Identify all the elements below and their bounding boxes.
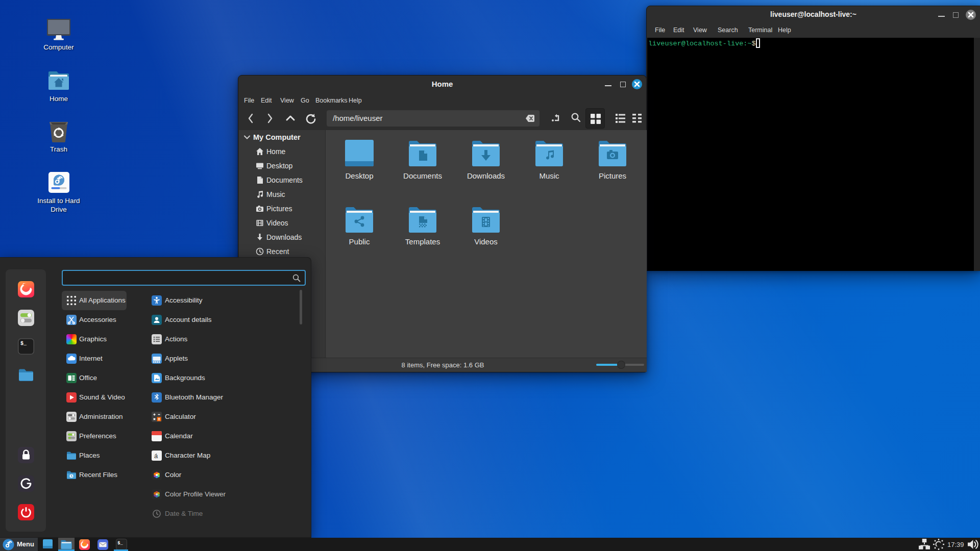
svg-text:$_: $_	[20, 341, 27, 346]
svg-text:$_: $_	[117, 541, 123, 546]
svg-text:á: á	[154, 452, 158, 460]
